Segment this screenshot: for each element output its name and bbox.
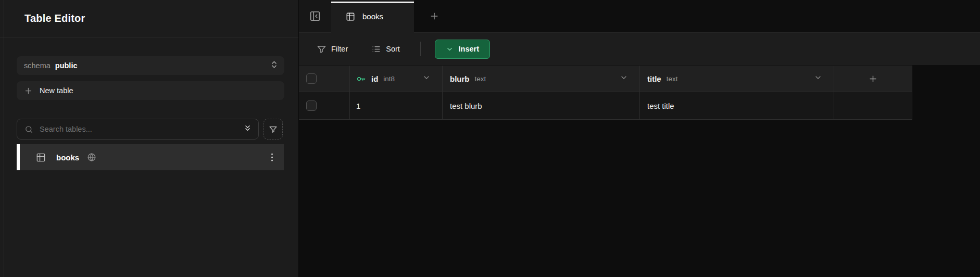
sidebar-item-label: books	[56, 153, 79, 162]
data-grid: id int8 blurb text title text	[299, 65, 912, 120]
table-grid-icon	[346, 12, 355, 21]
cell-value: 1	[356, 102, 360, 110]
new-table-label: New table	[40, 86, 73, 95]
toolbar-divider	[420, 42, 421, 56]
sort-list-icon	[371, 44, 381, 54]
column-name: title	[647, 74, 661, 83]
column-header-id[interactable]: id int8	[350, 66, 443, 92]
grid-data-row[interactable]: 1 test blurb test title	[299, 92, 912, 120]
tab-books[interactable]: books	[331, 0, 414, 33]
cell-value: test blurb	[450, 102, 482, 110]
search-icon	[17, 125, 40, 134]
search-row	[17, 119, 284, 140]
insert-button[interactable]: Insert	[435, 40, 490, 59]
cell-empty	[834, 92, 912, 119]
column-menu-chevron-icon[interactable]	[422, 73, 431, 84]
new-table-button[interactable]: New table	[17, 81, 284, 100]
add-column-button[interactable]	[834, 66, 912, 92]
column-menu-chevron-icon[interactable]	[620, 73, 628, 84]
tab-bar: books	[299, 0, 980, 33]
filter-button[interactable]: Filter	[317, 44, 348, 54]
cell-value: test title	[647, 102, 674, 110]
plus-icon	[24, 86, 33, 95]
new-tab-button[interactable]	[429, 11, 439, 21]
grid-toolbar: Filter Sort Insert	[299, 33, 980, 65]
search-tables-box	[17, 119, 259, 140]
sidebar-item-books[interactable]: books	[17, 144, 284, 170]
filter-tables-button[interactable]	[263, 119, 283, 140]
select-all-checkbox[interactable]	[306, 73, 317, 84]
search-tables-input[interactable]	[40, 125, 211, 133]
row-select-cell	[299, 92, 350, 119]
cell-title[interactable]: test title	[640, 92, 834, 119]
table-editor-app: Table Editor schema public New table	[0, 0, 980, 277]
panel-left-close-icon	[309, 10, 321, 22]
sort-button[interactable]: Sort	[371, 44, 400, 54]
tab-bar-rest	[414, 0, 980, 33]
primary-key-icon	[356, 74, 366, 84]
schema-select-label: schema	[24, 61, 51, 70]
tab-label: books	[362, 12, 383, 21]
page-title: Table Editor	[24, 12, 85, 24]
sidebar-header: Table Editor	[0, 0, 298, 37]
column-type: text	[475, 75, 486, 83]
schema-select-value: public	[55, 61, 78, 70]
column-type: int8	[383, 75, 395, 83]
column-type: text	[667, 75, 678, 83]
filter-label: Filter	[331, 45, 348, 53]
insert-label: Insert	[459, 45, 480, 53]
column-header-title[interactable]: title text	[640, 66, 834, 92]
row-checkbox[interactable]	[306, 100, 317, 111]
chevrons-up-down-icon	[270, 60, 279, 71]
chevron-down-icon	[446, 45, 454, 53]
sidebar: Table Editor schema public New table	[0, 0, 299, 277]
column-menu-chevron-icon[interactable]	[814, 73, 822, 84]
funnel-icon	[269, 125, 278, 134]
main-area: books Filter Sort	[299, 0, 980, 277]
cell-blurb[interactable]: test blurb	[443, 92, 640, 119]
plus-icon	[868, 74, 878, 84]
globe-icon	[87, 153, 96, 162]
schema-select[interactable]: schema public	[17, 56, 284, 75]
grid-header-row: id int8 blurb text title text	[299, 65, 912, 92]
table-grid-icon	[36, 153, 46, 162]
column-name: blurb	[450, 74, 470, 83]
chevrons-down-icon[interactable]	[243, 124, 252, 135]
column-header-blurb[interactable]: blurb text	[443, 66, 640, 92]
grid-empty-area	[299, 120, 980, 277]
sidebar-body: schema public New table	[0, 37, 298, 170]
table-options-menu-icon[interactable]	[271, 154, 273, 161]
column-name: id	[371, 74, 378, 83]
funnel-icon	[317, 44, 326, 54]
header-select-cell	[299, 66, 350, 92]
sort-label: Sort	[386, 45, 400, 53]
cell-id[interactable]: 1	[350, 92, 443, 119]
collapse-sidebar-button[interactable]	[299, 0, 331, 33]
